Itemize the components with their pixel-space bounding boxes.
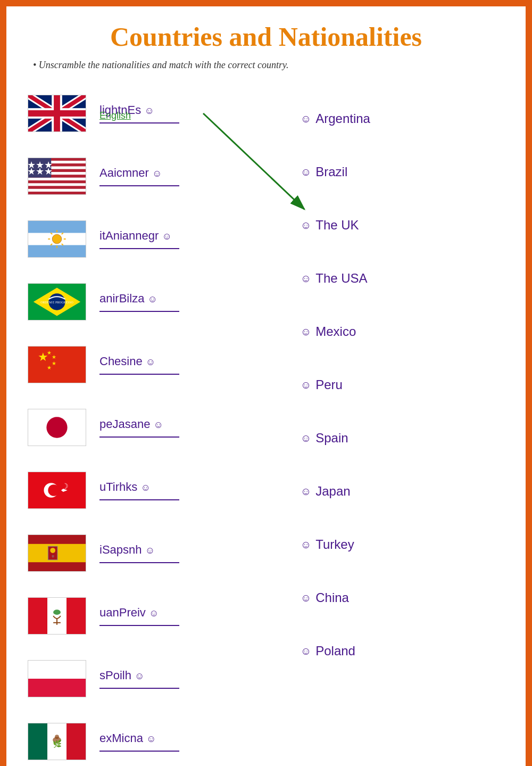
answer-filled-uk: English — [99, 110, 131, 121]
country-argentina[interactable]: ☺ Argentina — [290, 92, 504, 145]
country-name-spain: Spain — [315, 431, 348, 446]
svg-text:⚜: ⚜ — [51, 554, 55, 559]
smiley-japan: ☺ — [154, 419, 163, 430]
flag-uk — [28, 95, 86, 132]
svg-text:★★★: ★★★ — [28, 166, 53, 177]
country-the-uk[interactable]: ☺ The UK — [290, 199, 504, 252]
smiley-brazil: ☺ — [147, 294, 157, 304]
smiley-mexico: ☺ — [146, 734, 156, 744]
country-smiley-uk: ☺ — [301, 219, 311, 232]
country-poland[interactable]: ☺ Poland — [290, 624, 504, 678]
scrambled-china: Chesine ☺ — [99, 355, 179, 375]
svg-rect-8 — [28, 110, 86, 117]
scrambled-uk: lightnEs ☺ English — [99, 103, 179, 123]
flag-usa: ★★★ ★★★ — [28, 158, 86, 195]
country-name-usa: The USA — [315, 271, 367, 286]
svg-text:🌿: 🌿 — [53, 739, 62, 748]
answer-line-uk[interactable]: English — [99, 122, 179, 123]
scrambled-turkey: uTirhks ☺ — [99, 480, 179, 500]
svg-text:ORDEM E PROGRESSO: ORDEM E PROGRESSO — [40, 301, 73, 304]
svg-rect-22 — [28, 192, 86, 194]
answer-line-japan[interactable] — [99, 436, 179, 438]
smiley-uk: ☺ — [144, 105, 154, 116]
row-argentina: itAniannegr ☺ — [28, 212, 290, 266]
answer-line-china[interactable] — [99, 374, 179, 375]
scrambled-word-usa: Aaicmner ☺ — [99, 166, 162, 180]
svg-rect-19 — [28, 183, 86, 186]
svg-rect-21 — [28, 189, 86, 192]
right-column: ☺ Argentina ☺ Brazil ☺ The UK ☺ The USA … — [290, 87, 504, 766]
scrambled-japan: peJasane ☺ — [99, 417, 179, 438]
country-name-poland: Poland — [315, 644, 355, 658]
row-spain: ⚜ iSapsnh ☺ — [28, 526, 290, 580]
svg-rect-20 — [28, 186, 86, 189]
country-smiley-usa: ☺ — [301, 273, 311, 285]
svg-rect-17 — [28, 178, 86, 180]
country-smiley-mexico: ☺ — [301, 326, 311, 338]
scrambled-usa: Aaicmner ☺ — [99, 166, 179, 186]
country-smiley-poland: ☺ — [301, 645, 311, 657]
scrambled-argentina: itAniannegr ☺ — [99, 229, 179, 249]
country-name-japan: Japan — [315, 484, 350, 499]
flag-poland — [28, 660, 86, 697]
smiley-china: ☺ — [146, 357, 155, 367]
country-smiley-argentina: ☺ — [301, 113, 311, 125]
flag-mexico: 🌿 — [28, 723, 86, 760]
country-china[interactable]: ☺ China — [290, 571, 504, 624]
flag-argentina — [28, 220, 86, 258]
row-japan: peJasane ☺ — [28, 401, 290, 454]
svg-point-28 — [52, 234, 62, 244]
smiley-poland: ☺ — [135, 671, 144, 681]
scrambled-word-japan: peJasane ☺ — [99, 417, 163, 431]
smiley-turkey: ☺ — [140, 482, 150, 493]
smiley-spain: ☺ — [145, 545, 155, 556]
row-poland: sPoilh ☺ — [28, 652, 290, 705]
country-name-china: China — [315, 590, 349, 605]
row-uk: lightnEs ☺ English — [28, 87, 290, 140]
country-spain[interactable]: ☺ Spain — [290, 411, 504, 465]
svg-rect-60 — [47, 598, 66, 635]
country-name-uk: The UK — [315, 218, 359, 233]
flag-turkey-svg: ☽ — [28, 472, 86, 509]
flag-turkey: ☽ — [28, 472, 86, 509]
country-name-mexico: Mexico — [315, 324, 356, 339]
flag-brazil-svg: ORDEM E PROGRESSO — [28, 283, 86, 320]
answer-line-peru[interactable] — [99, 625, 179, 626]
svg-text:★: ★ — [47, 350, 52, 356]
country-smiley-china: ☺ — [301, 592, 311, 604]
country-turkey[interactable]: ☺ Turkey — [290, 518, 504, 571]
answer-line-turkey[interactable] — [99, 499, 179, 500]
svg-rect-41 — [28, 347, 86, 383]
answer-line-brazil[interactable] — [99, 311, 179, 312]
country-smiley-peru: ☺ — [301, 379, 311, 391]
instruction-text: Unscramble the nationalities and match w… — [28, 60, 504, 71]
row-china: ★ ★ ★ ★ ★ Chesine ☺ — [28, 338, 290, 391]
answer-line-mexico[interactable] — [99, 751, 179, 752]
svg-point-48 — [46, 417, 67, 438]
answer-line-poland[interactable] — [99, 688, 179, 689]
svg-rect-18 — [28, 180, 86, 183]
svg-point-57 — [50, 548, 55, 553]
left-column: lightnEs ☺ English — [28, 87, 290, 766]
flag-brazil: ORDEM E PROGRESSO — [28, 283, 86, 320]
svg-rect-65 — [28, 679, 86, 697]
scrambled-brazil: anirBilza ☺ — [99, 292, 179, 312]
scrambled-word-brazil: anirBilza ☺ — [99, 292, 157, 306]
scrambled-poland: sPoilh ☺ — [99, 669, 179, 689]
country-brazil[interactable]: ☺ Brazil — [290, 145, 504, 199]
answer-line-argentina[interactable] — [99, 248, 179, 249]
country-japan[interactable]: ☺ Japan — [290, 465, 504, 518]
answer-line-spain[interactable] — [99, 562, 179, 563]
scrambled-peru: uanPreiv ☺ — [99, 606, 179, 626]
country-the-usa[interactable]: ☺ The USA — [290, 252, 504, 305]
country-peru[interactable]: ☺ Peru — [290, 358, 504, 411]
flag-peru-svg — [28, 597, 86, 635]
scrambled-word-china: Chesine ☺ — [99, 355, 155, 368]
flag-peru — [28, 597, 86, 635]
flag-china: ★ ★ ★ ★ ★ — [28, 346, 86, 383]
scrambled-mexico: exMicna ☺ — [99, 731, 179, 752]
country-mexico[interactable]: ☺ Mexico — [290, 305, 504, 358]
svg-point-70 — [55, 735, 59, 739]
flag-spain: ⚜ — [28, 534, 86, 572]
answer-line-usa[interactable] — [99, 185, 179, 186]
